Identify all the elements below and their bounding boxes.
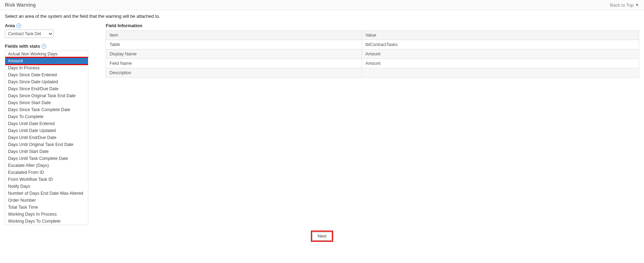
table-row: Description [106, 68, 639, 78]
area-select[interactable]: Contract Task Det [5, 30, 54, 38]
help-icon[interactable]: ? [16, 23, 21, 28]
area-label: Area [5, 23, 15, 28]
arrow-up-icon [635, 3, 639, 7]
field-item[interactable]: Order Number [5, 197, 88, 204]
field-item[interactable]: Days To Complete [5, 113, 88, 120]
cell-value: tblContractTasks [362, 40, 639, 49]
area-label-row: Area ? [5, 23, 92, 28]
field-item[interactable]: Days Until Original Task End Date [5, 141, 88, 148]
table-row: TabletblContractTasks [106, 40, 639, 49]
cell-value: Amount [362, 59, 639, 68]
cell-item: Display Name [106, 49, 362, 59]
table-row: Display NameAmount [106, 49, 639, 59]
field-item[interactable]: Days Until End/Due Date [5, 134, 88, 141]
field-item[interactable]: Days Since Original Task End Date [5, 92, 88, 99]
columns: Area ? Contract Task Det Fields with sta… [5, 23, 639, 225]
header-item: Item [106, 31, 362, 40]
cell-value: Amount [362, 49, 639, 59]
page-title: Risk Warning [5, 2, 36, 8]
instruction-text: Select an area of the system and the fie… [5, 14, 639, 19]
field-item[interactable]: Notify Days [5, 183, 88, 190]
field-item[interactable]: Days Until Date Updated [5, 127, 88, 134]
field-item[interactable]: Days Since Date Updated [5, 78, 88, 85]
field-information-table: Item Value TabletblContractTasksDisplay … [106, 30, 639, 78]
cell-item: Description [106, 68, 362, 78]
fields-label: Fields with stats [5, 44, 40, 49]
field-item[interactable]: Escalate After (Days) [5, 162, 88, 169]
back-to-top-link[interactable]: Back to Top [610, 2, 639, 8]
field-item[interactable]: From Workflow Task ID [5, 176, 88, 183]
field-item[interactable]: Days Since End/Due Date [5, 85, 88, 92]
help-icon[interactable]: ? [41, 44, 46, 49]
field-item[interactable]: Days Until Task Complete Date [5, 155, 88, 162]
cell-item: Table [106, 40, 362, 49]
header-value: Value [362, 31, 639, 40]
fields-label-row: Fields with stats ? [5, 44, 92, 49]
fields-listbox[interactable]: Actual Non Working DaysAmountDays In Pro… [5, 50, 88, 225]
field-item[interactable]: Working Days In Process [5, 211, 88, 218]
field-item[interactable]: Number of Days End Date Was Altered [5, 190, 88, 197]
cell-item: Field Name [106, 59, 362, 68]
field-information-title: Field Information [106, 23, 639, 28]
field-item[interactable]: Days In Process [5, 64, 88, 71]
field-item[interactable]: Actual Non Working Days [5, 51, 88, 57]
back-to-top-label: Back to Top [610, 2, 634, 8]
field-item[interactable]: Total Task Time [5, 204, 88, 211]
next-button[interactable]: Next [312, 232, 332, 240]
field-item[interactable]: Days Until Date Entered [5, 120, 88, 127]
right-column: Field Information Item Value TabletblCon… [106, 23, 639, 78]
field-item[interactable]: Days Since Task Complete Date [5, 106, 88, 113]
table-header-row: Item Value [106, 31, 639, 40]
field-item[interactable]: Days Until Start Date [5, 148, 88, 155]
footer-actions: Next [5, 232, 639, 240]
field-item[interactable]: Days Since Date Entered [5, 71, 88, 78]
table-row: Field NameAmount [106, 59, 639, 68]
field-item[interactable]: Escalated From ID [5, 169, 88, 176]
page-header: Risk Warning Back to Top [0, 0, 644, 10]
left-column: Area ? Contract Task Det Fields with sta… [5, 23, 92, 225]
cell-value [362, 68, 639, 78]
field-item[interactable]: Days Since Start Date [5, 99, 88, 106]
content-area: Select an area of the system and the fie… [0, 10, 644, 244]
field-item[interactable]: Amount [5, 57, 88, 64]
field-item[interactable]: Working Days To Complete [5, 218, 88, 225]
